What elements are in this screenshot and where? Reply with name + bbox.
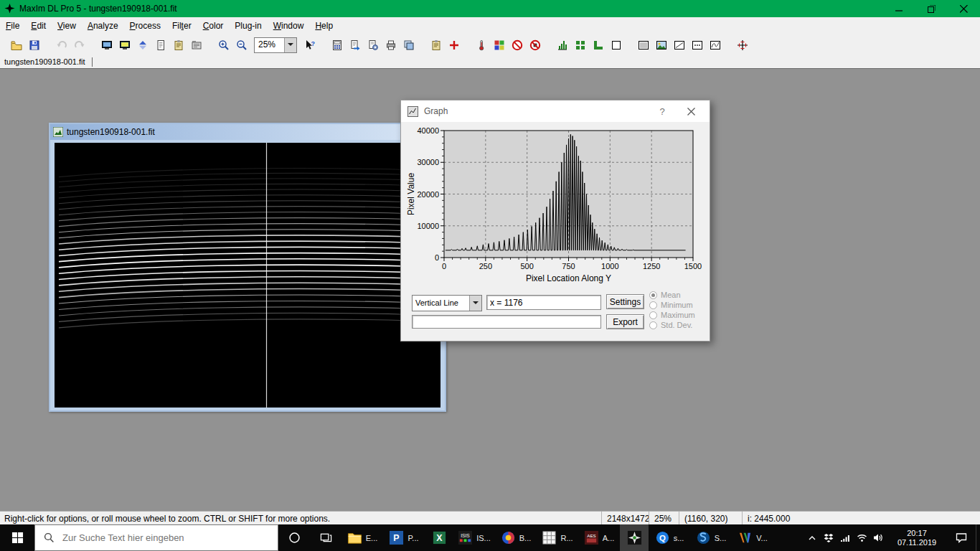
- photometry-tool-button[interactable]: [473, 37, 489, 53]
- radio-stddev[interactable]: Std. Dev.: [649, 321, 695, 329]
- task-view-button[interactable]: [310, 524, 341, 551]
- taskbar-app-app-s[interactable]: S...: [690, 524, 732, 551]
- spectrum-image-canvas[interactable]: [55, 143, 440, 408]
- duplicate-image-button[interactable]: [152, 37, 169, 53]
- stack-images-button[interactable]: [400, 37, 417, 53]
- toggle-aperture-button[interactable]: [608, 37, 624, 53]
- svg-text:X: X: [436, 533, 443, 543]
- save-file-button[interactable]: [26, 37, 42, 53]
- network-tray-icon[interactable]: [838, 524, 852, 551]
- taskbar-app-app-p[interactable]: PP...: [383, 524, 425, 551]
- taskbar-app-app-v[interactable]: V...: [732, 524, 773, 551]
- zoom-level-combo[interactable]: 25%: [254, 37, 297, 53]
- search-input[interactable]: [61, 532, 278, 544]
- show-image-button[interactable]: [653, 37, 669, 53]
- show-desktop-button[interactable]: [976, 524, 980, 551]
- radio-maximum[interactable]: Maximum: [649, 311, 695, 319]
- taskbar-app-app-r[interactable]: R...: [537, 524, 578, 551]
- paste-image-button[interactable]: [428, 37, 444, 53]
- menu-file[interactable]: File: [0, 19, 25, 33]
- menu-help[interactable]: Help: [309, 19, 339, 33]
- menu-plugin[interactable]: Plug-in: [229, 19, 267, 33]
- graph-mode-dropdown[interactable]: Vertical Line: [412, 295, 482, 311]
- taskbar-search-box[interactable]: [34, 524, 278, 551]
- taskbar-app-app-a[interactable]: AESA...: [578, 524, 620, 551]
- taskbar-app-explorer[interactable]: E...: [341, 524, 383, 551]
- restore-button[interactable]: [915, 0, 948, 17]
- profile-position-input[interactable]: [486, 295, 601, 310]
- radio-mean[interactable]: Mean: [649, 291, 695, 299]
- taskbar-app-label: B...: [519, 534, 532, 542]
- more-modes-button[interactable]: [689, 37, 705, 53]
- menu-window[interactable]: Window: [268, 19, 310, 33]
- menu-filter[interactable]: Filter: [166, 19, 197, 33]
- zoom-in-button[interactable]: [215, 37, 232, 53]
- taskbar-app-isis[interactable]: ISISIS...: [453, 524, 495, 551]
- screen-stretch-button[interactable]: [98, 37, 115, 53]
- app-titlebar[interactable]: MaxIm DL Pro 5 - tungsten190918-001.fit: [0, 0, 980, 17]
- taskbar-app-app-q[interactable]: Qs...: [649, 524, 690, 551]
- profile-slant-mode-button[interactable]: [671, 37, 687, 53]
- minimize-button[interactable]: [883, 0, 915, 17]
- redo-icon: [74, 39, 85, 51]
- status-pixel-intensity: i: 2445.000: [742, 512, 980, 525]
- volume-tray-icon[interactable]: [871, 524, 885, 551]
- tray-expand-button[interactable]: [805, 524, 819, 551]
- information-window-button[interactable]: [329, 37, 345, 53]
- profile-info-input[interactable]: [412, 315, 601, 329]
- dialog-help-button[interactable]: ?: [651, 106, 673, 117]
- radio-minimum[interactable]: Minimum: [649, 301, 695, 309]
- taskbar-app-app-excel[interactable]: X: [425, 524, 453, 551]
- open-file-button[interactable]: [8, 37, 24, 53]
- start-button[interactable]: [0, 524, 34, 551]
- echelle-spectrum-image: [55, 143, 440, 408]
- menu-analyze[interactable]: Analyze: [82, 19, 124, 33]
- cortana-button[interactable]: [278, 524, 310, 551]
- tab-tungsten190918-001[interactable]: tungsten190918-001.fit: [4, 57, 93, 67]
- flip-vertical-button[interactable]: [134, 37, 151, 53]
- export-button[interactable]: Export: [606, 314, 644, 329]
- taskbar-app-label: P...: [407, 534, 418, 542]
- menu-color[interactable]: Color: [197, 19, 230, 33]
- batch-save-convert-button[interactable]: [347, 37, 363, 53]
- zoom-dropdown-arrow-icon[interactable]: [284, 38, 296, 52]
- print-image-button[interactable]: [382, 37, 399, 53]
- profile-curve-mode-button[interactable]: [707, 37, 723, 53]
- profile-horizontal-mode-button[interactable]: [635, 37, 651, 53]
- zoom-out-button[interactable]: [233, 37, 250, 53]
- toggle-info-window-button[interactable]: [590, 37, 606, 53]
- undo-button[interactable]: [53, 37, 70, 53]
- menu-view[interactable]: View: [52, 19, 82, 33]
- color-presets-button[interactable]: [491, 37, 507, 53]
- context-help-button[interactable]: ?: [301, 37, 318, 53]
- dialog-close-button[interactable]: [679, 100, 703, 122]
- image-properties-icon: [191, 39, 202, 51]
- app-q-icon: Q: [655, 530, 670, 545]
- wifi-tray-icon[interactable]: [854, 524, 869, 551]
- crosshair-toggle-button[interactable]: [446, 37, 462, 53]
- taskbar-app-app-b[interactable]: B...: [495, 524, 537, 551]
- dropbox-tray-icon[interactable]: [821, 524, 836, 551]
- redo-button[interactable]: [71, 37, 88, 53]
- graph-dialog-titlebar[interactable]: Graph ?: [401, 100, 710, 122]
- action-center-button[interactable]: [947, 524, 976, 551]
- dropdown-arrow-icon[interactable]: [469, 296, 481, 311]
- image-window-titlebar[interactable]: tungsten190918-001.fit: [50, 124, 445, 140]
- settings-button[interactable]: Settings: [606, 294, 644, 309]
- toggle-magnify-window-button[interactable]: [572, 37, 588, 53]
- center-crosshair-button[interactable]: [734, 37, 750, 53]
- svg-text:1250: 1250: [643, 262, 660, 270]
- close-button[interactable]: [948, 0, 980, 17]
- taskbar-clock[interactable]: 20:17 07.11.2019: [887, 524, 947, 551]
- menu-process[interactable]: Process: [124, 19, 166, 33]
- batch-settings-button[interactable]: [364, 37, 381, 53]
- taskbar-app-maxim-dl[interactable]: [620, 524, 649, 551]
- auto-stretch-button[interactable]: [116, 37, 133, 53]
- disable-filters-button[interactable]: [527, 37, 543, 53]
- image-properties-button[interactable]: [188, 37, 204, 53]
- isis-icon: ISIS: [458, 530, 473, 545]
- clipboard-copy-button[interactable]: [170, 37, 187, 53]
- toggle-graph-window-button[interactable]: [554, 37, 570, 53]
- disable-calibration-button[interactable]: [509, 37, 525, 53]
- menu-edit[interactable]: Edit: [25, 19, 52, 33]
